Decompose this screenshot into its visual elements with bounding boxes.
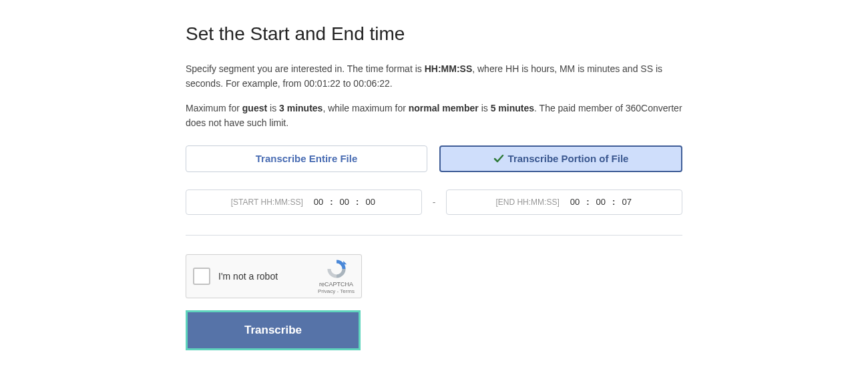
captcha-container: I'm not a robot reCAPTCHA Privacy - Term… <box>186 254 682 298</box>
start-time-label: [START HH:MM:SS] <box>231 198 303 207</box>
captcha-branding: reCAPTCHA Privacy - Terms <box>318 258 355 294</box>
end-time-input[interactable]: [END HH:MM:SS] 00 : 00 : 07 <box>446 190 682 215</box>
range-dash: - <box>430 197 439 208</box>
recaptcha-icon <box>325 258 348 280</box>
desc-format-bold: HH:MM:SS <box>425 63 473 74</box>
option-row: Transcribe Entire File Transcribe Portio… <box>186 145 682 172</box>
colon-separator: : <box>356 197 359 207</box>
captcha-left: I'm not a robot <box>193 268 278 285</box>
recaptcha-text: I'm not a robot <box>218 271 278 282</box>
transcribe-button[interactable]: Transcribe <box>188 312 359 348</box>
recaptcha-checkbox[interactable] <box>193 268 210 285</box>
desc-guest-limit-bold: 3 minutes <box>279 103 322 113</box>
start-time-input[interactable]: [START HH:MM:SS] 00 : 00 : 00 <box>186 190 422 215</box>
end-mm[interactable]: 00 <box>595 197 607 207</box>
desc-text: Specify segment you are interested in. T… <box>186 63 425 74</box>
section-divider <box>186 235 682 236</box>
start-ss[interactable]: 00 <box>364 197 376 207</box>
recaptcha-links[interactable]: Privacy - Terms <box>318 288 355 295</box>
time-range-row: [START HH:MM:SS] 00 : 00 : 00 - [END HH:… <box>186 190 682 215</box>
colon-separator: : <box>330 197 333 207</box>
end-time-label: [END HH:MM:SS] <box>495 198 559 207</box>
recaptcha-box: I'm not a robot reCAPTCHA Privacy - Term… <box>186 254 362 298</box>
colon-separator: : <box>612 197 615 207</box>
desc-guest-bold: guest <box>242 103 267 113</box>
description-format: Specify segment you are interested in. T… <box>186 62 682 91</box>
check-icon <box>493 153 504 164</box>
end-hh[interactable]: 00 <box>569 197 581 207</box>
recaptcha-brand: reCAPTCHA <box>318 281 355 288</box>
desc-member-bold: normal member <box>409 103 479 113</box>
option-label: Transcribe Portion of File <box>508 153 629 164</box>
desc-text: , while maximum for <box>322 103 408 113</box>
option-label: Transcribe Entire File <box>256 153 358 164</box>
end-ss[interactable]: 07 <box>620 197 632 207</box>
svg-marker-0 <box>343 261 347 264</box>
transcribe-button-label: Transcribe <box>244 324 302 337</box>
description-limits: Maximum for guest is 3 minutes, while ma… <box>186 101 682 130</box>
start-mm[interactable]: 00 <box>339 197 351 207</box>
desc-text: is <box>479 103 491 113</box>
desc-text: Maximum for <box>186 103 242 113</box>
desc-member-limit-bold: 5 minutes <box>491 103 534 113</box>
transcribe-portion-button[interactable]: Transcribe Portion of File <box>439 145 682 172</box>
transcribe-button-highlight: Transcribe <box>186 310 361 350</box>
transcribe-entire-button[interactable]: Transcribe Entire File <box>186 145 427 172</box>
start-hh[interactable]: 00 <box>312 197 324 207</box>
desc-text: is <box>267 103 279 113</box>
colon-separator: : <box>586 197 589 207</box>
page-title: Set the Start and End time <box>186 23 682 45</box>
